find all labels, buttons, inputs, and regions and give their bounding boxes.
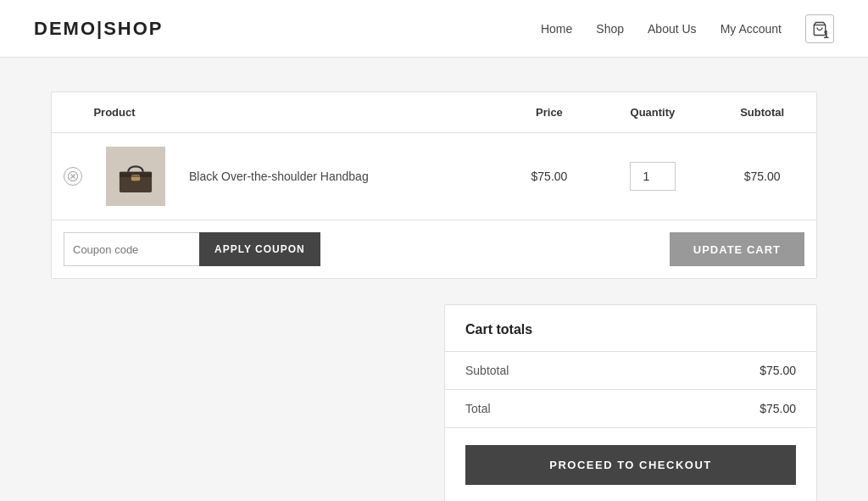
col-header-quantity: Quantity: [597, 92, 708, 133]
product-image: [106, 147, 165, 206]
col-header-product: Product: [52, 92, 177, 133]
cart-totals-title: Cart totals: [445, 305, 816, 352]
cart-actions: APPLY COUPON UPDATE CART: [52, 220, 816, 278]
cart-icon[interactable]: 1: [805, 14, 834, 43]
cart-count: 1: [823, 29, 829, 41]
product-subtotal: $75.00: [708, 133, 816, 220]
header: DEMO|SHOP Home Shop About Us My Account …: [0, 0, 868, 58]
logo[interactable]: DEMO|SHOP: [34, 18, 164, 40]
nav-my-account[interactable]: My Account: [721, 22, 782, 36]
logo-text-2: SHOP: [103, 18, 163, 39]
table-row: Black Over-the-shoulder Handbag $75.00 $…: [52, 133, 816, 220]
logo-text-1: DEMO|: [34, 18, 103, 39]
update-cart-button[interactable]: UPDATE CART: [670, 232, 804, 266]
col-header-name: [177, 92, 501, 133]
proceed-to-checkout-button[interactable]: PROCEED TO CHECKOUT: [465, 445, 796, 485]
nav-about[interactable]: About Us: [648, 22, 697, 36]
cart-totals-wrapper: Cart totals Subtotal $75.00 Total $75.00…: [51, 304, 817, 501]
col-header-price: Price: [501, 92, 597, 133]
svg-rect-6: [131, 175, 140, 181]
product-name: Black Over-the-shoulder Handbag: [177, 133, 501, 220]
main-content: Product Price Quantity Subtotal: [0, 58, 868, 501]
coupon-area: APPLY COUPON: [64, 232, 320, 266]
totals-total-row: Total $75.00: [445, 390, 816, 428]
cart-totals: Cart totals Subtotal $75.00 Total $75.00…: [444, 304, 817, 501]
total-label: Total: [465, 402, 491, 415]
remove-button[interactable]: [64, 167, 82, 186]
cart-table-wrapper: Product Price Quantity Subtotal: [51, 92, 817, 279]
nav-shop[interactable]: Shop: [596, 22, 624, 36]
totals-subtotal-row: Subtotal $75.00: [445, 352, 816, 390]
subtotal-value: $75.00: [760, 364, 796, 377]
product-quantity-cell: [597, 133, 708, 220]
remove-cell: [52, 133, 94, 220]
product-price: $75.00: [501, 133, 597, 220]
cart-table: Product Price Quantity Subtotal: [52, 92, 816, 220]
main-nav: Home Shop About Us My Account 1: [541, 14, 834, 43]
nav-home[interactable]: Home: [541, 22, 572, 36]
total-value: $75.00: [760, 402, 796, 415]
apply-coupon-button[interactable]: APPLY COUPON: [199, 232, 320, 266]
col-header-subtotal: Subtotal: [708, 92, 816, 133]
subtotal-label: Subtotal: [465, 364, 509, 377]
quantity-input[interactable]: [630, 162, 676, 191]
coupon-input[interactable]: [64, 232, 199, 266]
product-image-cell: [94, 133, 177, 220]
